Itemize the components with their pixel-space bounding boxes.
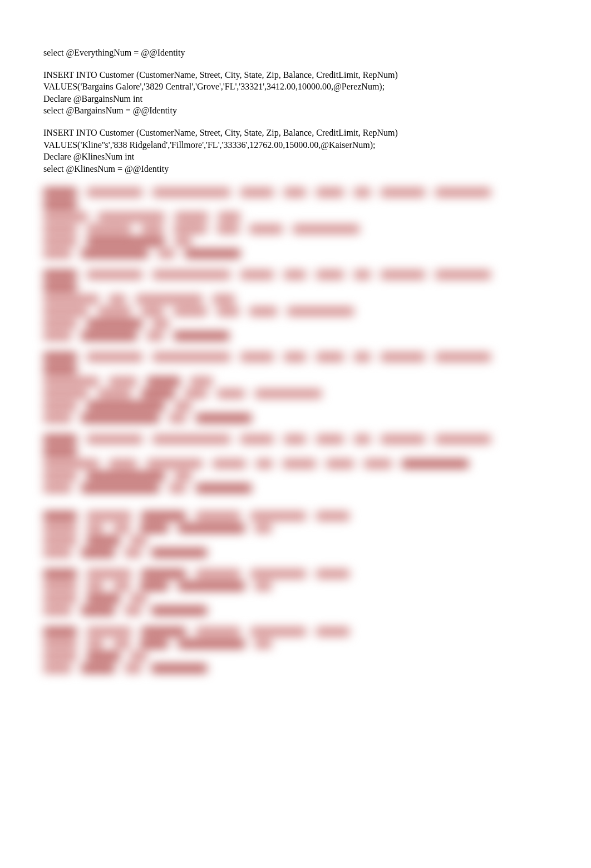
code-line: select @EverythingNum = @@Identity xyxy=(43,47,455,59)
code-line: Declare @KlinesNum int xyxy=(43,151,455,163)
code-line: select @BargainsNum = @@Identity xyxy=(43,105,455,117)
code-line: INSERT INTO Customer (CustomerName, Stre… xyxy=(43,69,455,81)
code-line: Declare @BargainsNum int xyxy=(43,93,455,105)
blank-line xyxy=(43,59,548,69)
blank-line xyxy=(43,117,548,127)
code-line: VALUES('Kline''s','838 Ridgeland','Fillm… xyxy=(43,139,455,151)
blurred-content xyxy=(43,179,548,673)
code-line: select @KlinesNum = @@Identity xyxy=(43,163,455,175)
code-line: VALUES('Bargains Galore','3829 Central',… xyxy=(43,81,455,93)
sql-code-block: select @EverythingNum = @@Identity INSER… xyxy=(43,47,548,175)
code-line: INSERT INTO Customer (CustomerName, Stre… xyxy=(43,127,455,139)
